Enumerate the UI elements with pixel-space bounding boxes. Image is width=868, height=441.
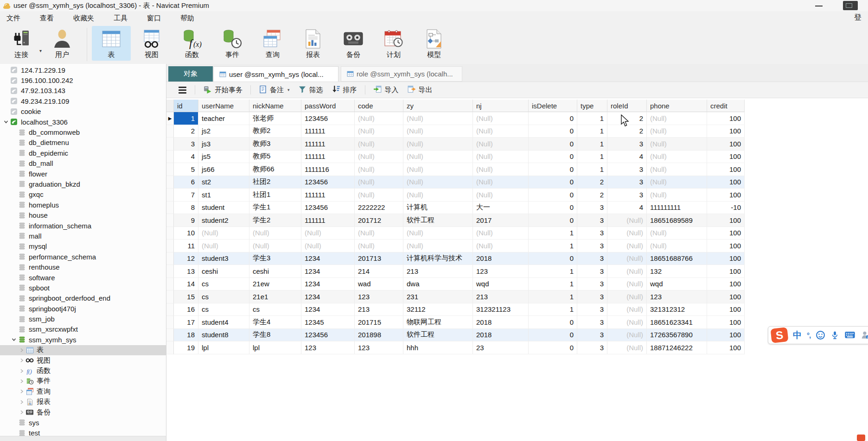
- cell-nickName[interactable]: 21e1: [249, 290, 301, 303]
- minimize-button[interactable]: [815, 6, 823, 6]
- cell-roleId[interactable]: (Null): [607, 278, 647, 291]
- cell-credit[interactable]: 100: [707, 341, 745, 354]
- cell-code[interactable]: 201898: [355, 329, 403, 342]
- sidebar-item-db_epidemic[interactable]: db_epidemic: [0, 148, 166, 158]
- cell-nj[interactable]: 213: [473, 290, 529, 303]
- row-gutter[interactable]: [166, 163, 174, 176]
- cell-userName[interactable]: student3: [198, 252, 249, 265]
- cell-isDelete[interactable]: 0: [529, 316, 577, 329]
- toolbar-table-button[interactable]: 表: [92, 26, 131, 61]
- cell-zy[interactable]: 物联网工程: [403, 316, 473, 329]
- row-gutter[interactable]: [166, 227, 174, 240]
- table-row[interactable]: 15cs21e1123412323121313(Null)123100: [166, 290, 745, 303]
- cell-nj[interactable]: (Null): [473, 189, 529, 202]
- cell-roleId[interactable]: (Null): [607, 290, 647, 303]
- cell-nickName[interactable]: cs: [249, 303, 301, 316]
- sidebar-item-ssm_xsrcxwpfxt[interactable]: ssm_xsrcxwpfxt: [0, 324, 166, 334]
- toolbar-model-button[interactable]: 模型: [415, 26, 453, 61]
- chevron-right-icon[interactable]: [18, 389, 26, 394]
- cell-phone[interactable]: 321312312: [647, 303, 707, 316]
- cell-id[interactable]: 15: [174, 290, 198, 303]
- dropdown-arrow-icon[interactable]: ▾: [287, 88, 290, 92]
- chevron-right-icon[interactable]: [18, 399, 26, 405]
- cell-isDelete[interactable]: 1: [529, 303, 577, 316]
- cell-type[interactable]: 3: [577, 252, 607, 265]
- cell-userName[interactable]: js5: [198, 151, 249, 164]
- table-row[interactable]: 18student8学生8123456201898软件工程201803(Null…: [166, 329, 745, 342]
- row-gutter[interactable]: [166, 239, 174, 252]
- column-header-roleId[interactable]: roleId: [607, 100, 647, 112]
- cell-phone[interactable]: (Null): [647, 163, 707, 176]
- cell-userName[interactable]: js3: [198, 138, 249, 151]
- cell-userName[interactable]: cs: [198, 303, 249, 316]
- row-gutter[interactable]: [166, 265, 174, 278]
- cell-id[interactable]: 4: [174, 151, 198, 164]
- row-gutter[interactable]: [166, 316, 174, 329]
- cell-id[interactable]: 14: [174, 278, 198, 291]
- sidebar-item-springboot_orderfood_end[interactable]: springboot_orderfood_end: [0, 293, 166, 303]
- cell-nj[interactable]: 2018: [473, 252, 529, 265]
- column-header-id[interactable]: id: [174, 100, 198, 112]
- column-header-nj[interactable]: nj: [473, 100, 529, 112]
- cell-nj[interactable]: (Null): [473, 176, 529, 189]
- cell-nj[interactable]: (Null): [473, 163, 529, 176]
- cell-type[interactable]: 3: [577, 239, 607, 252]
- cell-zy[interactable]: (Null): [403, 227, 473, 240]
- cell-zy[interactable]: (Null): [403, 239, 473, 252]
- grid-menu-icon[interactable]: [174, 87, 191, 94]
- cell-nickName[interactable]: (Null): [249, 239, 301, 252]
- cell-phone[interactable]: 18651689589: [647, 214, 707, 227]
- sidebar-item-db_dietmenu[interactable]: db_dietmenu: [0, 138, 166, 148]
- cell-id[interactable]: 2: [174, 125, 198, 138]
- table-row[interactable]: 12student3学生31234201713计算机科学与技术201803(Nu…: [166, 252, 745, 265]
- cell-nickName[interactable]: (Null): [249, 227, 301, 240]
- cell-nickName[interactable]: 21ew: [249, 278, 301, 291]
- cell-zy[interactable]: (Null): [403, 163, 473, 176]
- sort-button[interactable]: 排序: [327, 83, 361, 96]
- toolbar-backup-button[interactable]: 备份: [334, 26, 373, 61]
- cell-userName[interactable]: cs: [198, 278, 249, 291]
- cell-id[interactable]: 3: [174, 138, 198, 151]
- cell-credit[interactable]: 100: [707, 112, 745, 125]
- cell-code[interactable]: (Null): [355, 138, 403, 151]
- sidebar-item-flower[interactable]: flower: [0, 169, 166, 179]
- cell-nickName[interactable]: 张老师: [249, 112, 301, 125]
- cell-nj[interactable]: 123: [473, 265, 529, 278]
- sidebar-item-47.92.103.143[interactable]: 47.92.103.143: [0, 86, 166, 96]
- cell-isDelete[interactable]: 0: [529, 202, 577, 214]
- cell-userName[interactable]: student8: [198, 329, 249, 342]
- cell-zy[interactable]: 32112: [403, 303, 473, 316]
- cell-phone[interactable]: (Null): [647, 151, 707, 164]
- current-row-marker-icon[interactable]: ▶: [166, 112, 174, 125]
- cell-zy[interactable]: hhh: [403, 341, 473, 354]
- cell-passWord[interactable]: 111111: [301, 189, 355, 202]
- cell-nickName[interactable]: 学生8: [249, 329, 301, 342]
- sidebar-item-表[interactable]: 表: [0, 345, 166, 355]
- cell-nickName[interactable]: 学生4: [249, 316, 301, 329]
- cell-code[interactable]: (Null): [355, 176, 403, 189]
- column-header-userName[interactable]: userName: [198, 100, 249, 112]
- maximize-button[interactable]: [843, 1, 858, 10]
- cell-userName[interactable]: lpl: [198, 341, 249, 354]
- column-header-credit[interactable]: credit: [707, 100, 745, 112]
- cell-passWord[interactable]: 123456: [301, 202, 355, 214]
- cell-userName[interactable]: student4: [198, 316, 249, 329]
- cell-userName[interactable]: (Null): [198, 239, 249, 252]
- sogou-mini-badge-icon[interactable]: [857, 435, 865, 441]
- cell-nj[interactable]: 2018: [473, 329, 529, 342]
- cell-nickName[interactable]: 教师66: [249, 163, 301, 176]
- ime-language-mode[interactable]: 中: [793, 329, 802, 341]
- cell-roleId[interactable]: (Null): [607, 265, 647, 278]
- cell-phone[interactable]: 123: [647, 290, 707, 303]
- cell-type[interactable]: 1: [577, 163, 607, 176]
- sidebar-item-spboot[interactable]: spboot: [0, 283, 166, 293]
- cell-credit[interactable]: 100: [707, 214, 745, 227]
- cell-userName[interactable]: student2: [198, 214, 249, 227]
- row-gutter[interactable]: [166, 290, 174, 303]
- row-gutter[interactable]: [166, 138, 174, 151]
- cell-phone[interactable]: (Null): [647, 138, 707, 151]
- ime-microphone-icon[interactable]: [830, 330, 839, 340]
- cell-zy[interactable]: 软件工程: [403, 329, 473, 342]
- cell-type[interactable]: 3: [577, 227, 607, 240]
- cell-roleId[interactable]: (Null): [607, 316, 647, 329]
